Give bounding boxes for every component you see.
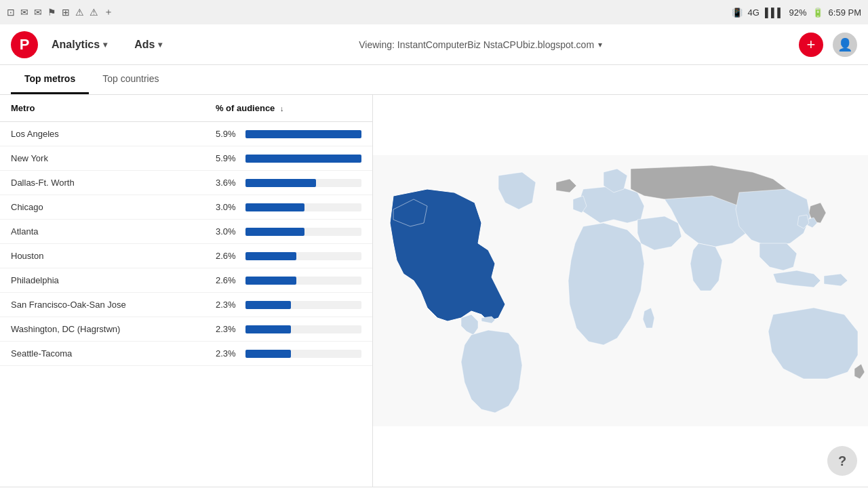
analytics-label: Analytics [52, 39, 100, 51]
table-row: Houston 2.6% [0, 244, 372, 268]
cell-audience: 2.3% [205, 342, 372, 366]
user-avatar[interactable]: 👤 [833, 33, 857, 57]
bar-bg [245, 155, 361, 163]
viewing-label: Viewing: InstantComputerBiz NstaCPUbiz.b… [359, 39, 594, 50]
viewing-chevron-icon: ▾ [598, 40, 602, 49]
bar-fill [245, 155, 361, 163]
add-button[interactable]: + [799, 33, 823, 57]
pct-value: 2.6% [216, 251, 240, 261]
pct-value: 3.6% [216, 178, 240, 188]
col-header-metro: Metro [0, 95, 205, 122]
signal-icon: 4G [748, 7, 760, 18]
bar-fill [245, 130, 361, 138]
status-bar: ⊡ ✉ ✉ ⚑ ⊞ ⚠ ⚠ ＋ 📳 4G ▌▌▌ 92% 🔋 6:59 PM [0, 0, 868, 24]
cell-audience: 5.9% [205, 146, 372, 171]
table-row: San Francisco-Oak-San Jose 2.3% [0, 293, 372, 317]
cell-metro: Washington, DC (Hagrstwn) [0, 317, 205, 342]
cell-metro: Dallas-Ft. Worth [0, 171, 205, 195]
table-section: Metro % of audience ↓ Los Angeles 5.9% [0, 95, 373, 487]
icon-2: ✉ [20, 7, 28, 18]
table-row: Philadelphia 2.6% [0, 268, 372, 293]
cell-audience: 2.3% [205, 317, 372, 342]
icon-7: ⚠ [90, 7, 98, 18]
bar-bg [245, 325, 361, 333]
icon-5: ⊞ [62, 7, 70, 18]
table-row: Chicago 3.0% [0, 195, 372, 220]
bar-bg [245, 301, 361, 309]
bar-bg [245, 252, 361, 260]
table-row: Washington, DC (Hagrstwn) 2.3% [0, 317, 372, 342]
table-row: Atlanta 3.0% [0, 220, 372, 244]
bar-fill [245, 228, 304, 236]
cell-audience: 3.6% [205, 171, 372, 195]
analytics-chevron-icon: ▾ [103, 40, 107, 49]
icon-1: ⊡ [7, 7, 15, 18]
cell-metro: San Francisco-Oak-San Jose [0, 293, 205, 317]
table-row: Seattle-Tacoma 2.3% [0, 342, 372, 366]
bar-bg [245, 179, 361, 187]
bar-bg [245, 130, 361, 138]
cell-audience: 2.3% [205, 293, 372, 317]
status-icons-right: 📳 4G ▌▌▌ 92% 🔋 6:59 PM [732, 7, 861, 18]
nav-actions: + 👤 [799, 33, 857, 57]
table-row: Los Angeles 5.9% [0, 122, 372, 146]
cell-metro: Chicago [0, 195, 205, 220]
map-section: ? [373, 95, 868, 487]
cell-metro: New York [0, 146, 205, 171]
icon-8: ＋ [104, 6, 113, 18]
bar-fill [245, 325, 291, 333]
bar-fill [245, 179, 316, 187]
sort-icon: ↓ [280, 104, 284, 113]
bar-bg [245, 277, 361, 285]
pct-value: 2.3% [216, 324, 240, 334]
icon-6: ⚠ [75, 7, 84, 18]
world-map [373, 95, 868, 487]
pct-value: 2.3% [216, 300, 240, 310]
cell-metro: Los Angeles [0, 122, 205, 146]
help-button[interactable]: ? [827, 446, 857, 476]
clock: 6:59 PM [829, 7, 861, 18]
nav-bar: P Analytics ▾ Ads ▾ Viewing: InstantComp… [0, 24, 868, 65]
cell-audience: 3.0% [205, 220, 372, 244]
bar-fill [245, 277, 296, 285]
battery-pct: 92% [789, 7, 807, 18]
cell-audience: 5.9% [205, 122, 372, 146]
bar-fill [245, 252, 296, 260]
bar-fill [245, 203, 304, 211]
icon-4: ⚑ [47, 7, 56, 18]
metros-table: Metro % of audience ↓ Los Angeles 5.9% [0, 95, 372, 366]
bar-bg [245, 350, 361, 358]
cell-metro: Houston [0, 244, 205, 268]
pct-value: 5.9% [216, 129, 240, 139]
analytics-nav[interactable]: Analytics ▾ [52, 39, 107, 51]
cell-metro: Philadelphia [0, 268, 205, 293]
pct-value: 2.6% [216, 275, 240, 285]
bars-icon: ▌▌▌ [765, 7, 784, 18]
bar-fill [245, 350, 291, 358]
ads-chevron-icon: ▾ [158, 40, 162, 49]
pct-value: 2.3% [216, 348, 240, 359]
cell-audience: 3.0% [205, 195, 372, 220]
pct-value: 5.9% [216, 153, 240, 163]
table-row: New York 5.9% [0, 146, 372, 171]
pct-value: 3.0% [216, 226, 240, 237]
cell-metro: Atlanta [0, 220, 205, 244]
pct-value: 3.0% [216, 202, 240, 212]
table-row: Dallas-Ft. Worth 3.6% [0, 171, 372, 195]
main-content: Metro % of audience ↓ Los Angeles 5.9% [0, 95, 868, 487]
battery-icon: 🔋 [812, 7, 823, 18]
icon-3: ✉ [34, 7, 42, 18]
tab-top-metros[interactable]: Top metros [11, 65, 89, 94]
bar-bg [245, 203, 361, 211]
cell-audience: 2.6% [205, 268, 372, 293]
ads-nav[interactable]: Ads ▾ [134, 39, 162, 51]
ads-label: Ads [134, 39, 155, 51]
col-header-audience[interactable]: % of audience ↓ [205, 95, 372, 122]
pinterest-logo[interactable]: P [11, 31, 38, 58]
viewing-info: Viewing: InstantComputerBiz NstaCPUbiz.b… [176, 39, 785, 50]
cell-metro: Seattle-Tacoma [0, 342, 205, 366]
cell-audience: 2.6% [205, 244, 372, 268]
status-icons-left: ⊡ ✉ ✉ ⚑ ⊞ ⚠ ⚠ ＋ [7, 6, 113, 18]
tab-top-countries[interactable]: Top countries [89, 65, 172, 94]
bar-bg [245, 228, 361, 236]
